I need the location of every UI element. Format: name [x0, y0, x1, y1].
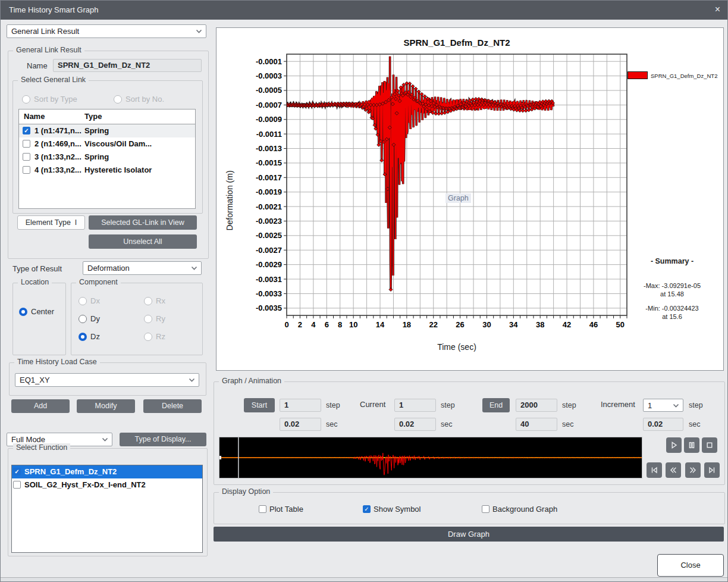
location-title: Location: [18, 278, 52, 286]
y-axis-label: Deformation (m): [225, 162, 234, 239]
display-option-plot-table[interactable]: Plot Table: [259, 505, 303, 514]
gl-link-row[interactable]: 2 (n1:469,n...Viscous/Oil Dam...: [19, 137, 195, 151]
skip-start-button[interactable]: [647, 462, 662, 478]
svg-text:-0.0019: -0.0019: [256, 187, 282, 196]
load-case-dropdown[interactable]: EQ1_XY: [15, 373, 199, 387]
location-center-radio[interactable]: Center: [19, 307, 54, 316]
chevron-down-icon: [102, 437, 108, 442]
svg-text:26: 26: [456, 320, 464, 329]
close-icon[interactable]: ×: [715, 4, 720, 15]
svg-text:-0.0033: -0.0033: [256, 289, 282, 298]
unselect-all-button[interactable]: Unselect All: [89, 234, 197, 249]
display-option-group: Display Option Plot Table✓Show SymbolBac…: [214, 492, 725, 524]
type-of-display-button[interactable]: Type of Display...: [120, 433, 206, 446]
table-header: Name Type: [19, 109, 195, 124]
svg-text:-0.0011: -0.0011: [256, 130, 282, 139]
display-option-show-symbol[interactable]: ✓Show Symbol: [363, 505, 421, 514]
stop-button[interactable]: [702, 437, 717, 453]
increment-sec-field[interactable]: 0.02: [643, 418, 683, 431]
result-type-dropdown[interactable]: General Link Result: [7, 24, 206, 38]
fast-forward-button[interactable]: [685, 462, 701, 478]
start-step-unit: step: [326, 401, 340, 409]
chevron-down-icon: [196, 29, 202, 34]
start-sec-field[interactable]: 0.02: [280, 418, 321, 431]
skip-end-icon: [707, 465, 717, 475]
animation-preview-strip[interactable]: [219, 437, 642, 478]
draw-graph-button[interactable]: Draw Graph: [214, 527, 724, 542]
skip-end-button[interactable]: [704, 462, 720, 478]
selected-gl-link-button[interactable]: Selected GL-Link in View: [89, 215, 197, 230]
svg-text:4: 4: [311, 320, 316, 329]
pause-button[interactable]: [684, 437, 699, 453]
svg-text:-0.0023: -0.0023: [256, 217, 282, 226]
svg-text:22: 22: [429, 320, 438, 329]
component-label: Ry: [156, 314, 165, 323]
function-checkbox[interactable]: [13, 481, 21, 489]
end-step-field[interactable]: 2000: [516, 399, 557, 412]
rewind-button[interactable]: [666, 462, 681, 478]
gl-link-name: 1 (n1:471,n...: [34, 126, 81, 135]
gl-link-row[interactable]: 3 (n1:33,n2...Spring: [19, 151, 195, 164]
current-sec-field[interactable]: 0.02: [394, 418, 436, 431]
end-button[interactable]: End: [482, 398, 510, 412]
type-of-result-dropdown[interactable]: Deformation: [83, 261, 202, 275]
component-radio-dz[interactable]: Dz: [79, 332, 144, 341]
start-button[interactable]: Start: [244, 398, 275, 412]
svg-text:-0.0025: -0.0025: [256, 231, 282, 240]
add-button[interactable]: Add: [11, 399, 70, 413]
gl-link-type: Spring: [84, 126, 109, 135]
function-label: SPRN_G1_Defm_Dz_NT2: [24, 467, 117, 476]
general-link-table[interactable]: Name Type ✓1 (n1:471,n...Spring2 (n1:469…: [18, 109, 196, 209]
load-case-value: EQ1_XY: [20, 376, 50, 384]
radio-icon: [114, 95, 122, 104]
radio-icon: [144, 297, 152, 305]
current-sec-unit: sec: [441, 420, 452, 428]
modify-button[interactable]: Modify: [77, 399, 135, 413]
close-button[interactable]: Close: [657, 554, 724, 577]
svg-text:2: 2: [298, 320, 302, 329]
display-option-label: Background Graph: [492, 505, 557, 514]
function-list[interactable]: ✓SPRN_G1_Defm_Dz_NT2SOIL_G2_Hyst_Fx-Dx_I…: [11, 465, 203, 553]
svg-text:-0.0035: -0.0035: [256, 303, 282, 312]
current-step-field[interactable]: 1: [394, 399, 436, 412]
radio-icon: [19, 308, 27, 316]
radio-icon: [22, 95, 30, 104]
function-item[interactable]: ✓SPRN_G1_Defm_Dz_NT2: [12, 465, 202, 478]
component-group: Component DxRxDyRyDzRz: [71, 283, 203, 355]
row-checkbox[interactable]: ✓: [23, 127, 30, 134]
fast-forward-icon: [688, 465, 698, 475]
row-checkbox[interactable]: [23, 153, 30, 161]
end-sec-field[interactable]: 40: [516, 418, 557, 431]
component-radio-ry: Ry: [144, 314, 197, 323]
graph-annotation: Graph: [445, 193, 471, 203]
row-checkbox[interactable]: [23, 140, 30, 148]
gl-link-row[interactable]: ✓1 (n1:471,n...Spring: [19, 124, 195, 137]
graph-animation-group: Graph / Animation Start 1 step 0.02 sec …: [214, 381, 725, 485]
subgroup-title: Select General Link: [18, 76, 89, 84]
summary-block: - Summary - -Max: -3.09291e-05 at 15.48 …: [620, 257, 724, 321]
row-checkbox[interactable]: [23, 166, 30, 174]
location-group: Location Center: [12, 283, 66, 355]
display-option-background-graph[interactable]: Background Graph: [482, 505, 557, 514]
sort-by-no-label: Sort by No.: [125, 95, 164, 104]
radio-icon: [79, 333, 87, 341]
function-item[interactable]: SOIL_G2_Hyst_Fx-Dx_I-end_NT2: [12, 478, 202, 492]
play-button[interactable]: [666, 437, 682, 453]
increment-step-dropdown[interactable]: 1: [643, 399, 683, 412]
start-step-field[interactable]: 1: [280, 399, 321, 412]
component-radio-dy[interactable]: Dy: [79, 314, 144, 323]
gl-link-type: Viscous/Oil Dam...: [84, 139, 152, 148]
function-checkbox[interactable]: ✓: [13, 468, 21, 475]
gl-link-name: 4 (n1:33,n2...: [34, 165, 81, 174]
radio-icon: [79, 315, 87, 323]
delete-button[interactable]: Delete: [143, 399, 202, 413]
rewind-icon: [669, 465, 678, 475]
gl-link-name: 3 (n1:33,n2...: [34, 152, 81, 161]
gl-link-type: Spring: [84, 152, 109, 161]
name-field: SPRN_G1_Defm_Dz_NT2: [53, 59, 202, 72]
group-title: General Link Result: [13, 46, 84, 54]
svg-text:-0.0013: -0.0013: [256, 144, 282, 153]
element-type-button[interactable]: Element Type I: [17, 215, 85, 230]
gl-link-row[interactable]: 4 (n1:33,n2...Hysteretic Isolator: [19, 164, 195, 177]
current-label: Current: [360, 400, 385, 409]
